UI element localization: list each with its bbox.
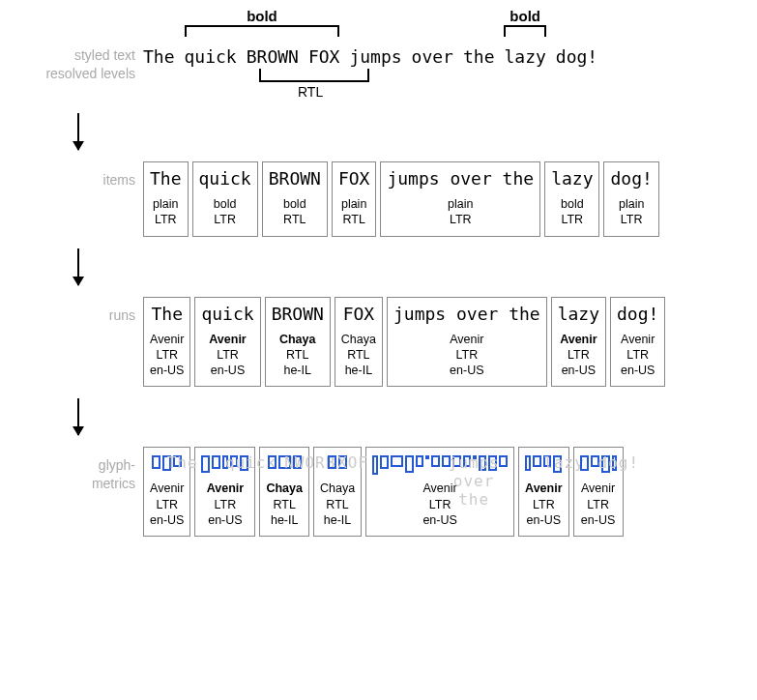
glyph-rect [499,455,508,467]
glyph-rect [416,455,423,467]
glyph-rect [391,455,403,467]
run-box-3: FOXChayaRTLhe-IL [335,297,383,388]
run-word: dog! [617,304,658,324]
run-font: Avenir [560,332,597,347]
run-dir: RTL [341,347,376,363]
glyph-rect [230,455,238,467]
glyph-line-wrap: NWORB [268,453,302,481]
run-lang: en-US [150,363,184,378]
arrow-2-row [19,243,738,297]
item-meta: plainLTR [448,196,473,228]
run-word: jumps over the [393,304,540,324]
rtl-bracket-wrap: RTL [143,69,738,102]
run-box-5: lazyAvenirLTRen-US [551,297,606,388]
glyph-lang: en-US [525,512,562,528]
item-dir: LTR [153,212,178,227]
glyph-rect [425,455,429,459]
glyph-meta: AvenirLTRen-US [207,481,244,528]
item-box-6: dog!plainLTR [603,161,658,237]
rtl-bracket [259,69,369,82]
item-word: quick [199,168,251,189]
label-styled: styled text resolved levels [19,19,143,83]
item-dir: RTL [341,212,366,227]
glyph-font: Avenir [581,481,615,496]
glyph-line [580,455,617,475]
word-dog: dog! [556,46,597,67]
glyph-line-wrap: dog! [580,453,617,481]
run-word: BROWN [272,304,324,324]
glyph-line-wrap: jumps over the [372,453,508,481]
bold-label-1: bold [185,8,340,24]
glyph-line [328,455,347,475]
glyph-box-5: lazyAvenirLTRen-US [518,447,568,537]
glyph-rect [328,455,336,469]
item-meta: boldLTR [561,196,584,228]
run-meta: AvenirLTRen-US [150,332,184,379]
row-items: items TheplainLTRquickboldLTRBROWNboldRT… [19,161,738,237]
glyph-meta: AvenirLTRen-US [581,481,615,528]
glyph-font: Avenir [525,481,562,496]
glyph-line-wrap: XOF [328,453,347,481]
glyph-rect [488,455,497,471]
item-style: bold [283,196,306,212]
run-dir: LTR [150,347,184,363]
glyph-rect [222,455,228,469]
word-the: The [143,46,175,67]
glyph-box-6: dog!AvenirLTRen-US [573,447,624,537]
run-font: Avenir [450,332,483,347]
run-meta: ChayaRTLhe-IL [341,332,376,379]
glyph-box-0: TheAvenirLTRen-US [143,447,190,537]
item-dir: LTR [448,212,473,227]
glyph-font: Avenir [422,481,456,496]
item-word: FOX [338,168,370,189]
run-lang: en-US [209,363,246,378]
glyph-lang: he-IL [266,512,303,528]
glyph-rect [463,455,471,467]
glyph-rect [525,455,531,471]
word-lazy: lazy [504,46,545,67]
item-style: bold [561,196,584,212]
run-meta: AvenirLTRen-US [621,332,655,379]
run-box-1: quickAvenirLTRen-US [194,297,260,388]
glyph-dir: LTR [207,497,244,512]
run-box-0: TheAvenirLTRen-US [143,297,190,388]
item-meta: plainLTR [153,196,178,228]
glyph-line-wrap: The [152,453,182,481]
glyph-lang: en-US [150,512,184,528]
glyph-rect [338,455,347,469]
item-box-5: lazyboldLTR [544,161,599,237]
item-dir: LTR [214,212,237,227]
glyph-rect [591,455,599,467]
glyph-font: Avenir [207,481,244,496]
glyph-rect [479,455,486,471]
glyph-dir: RTL [266,497,303,512]
glyph-meta: AvenirLTRen-US [422,481,456,528]
glyph-box-4: jumps over theAvenirLTRen-US [365,447,514,537]
run-lang: en-US [560,363,597,378]
glyph-line [372,455,508,475]
item-style: plain [341,196,366,212]
item-word: jumps over the [387,168,534,189]
item-dir: LTR [619,212,644,227]
glyph-rect [473,455,477,459]
run-word: lazy [558,304,599,324]
glyph-box-2: NWORBChayaRTLhe-IL [259,447,309,537]
styled-text-content: The quick BROWN FOX bold jumps over the … [143,19,738,102]
word-quick: quick [185,46,237,67]
run-box-2: BROWNChayaRTLhe-IL [265,297,331,388]
item-style: plain [619,196,644,212]
items-boxes: TheplainLTRquickboldLTRBROWNboldRTLFOXpl… [143,161,738,237]
glyph-lang: he-IL [320,512,355,528]
run-box-6: dog!AvenirLTRen-US [610,297,665,388]
glyph-rect [543,455,551,467]
glyph-font: Avenir [150,481,184,496]
run-meta: AvenirLTRen-US [450,332,483,379]
glyph-line [268,455,302,475]
glyph-rect [601,455,610,473]
glyph-rect [452,455,461,467]
run-dir: LTR [209,347,246,363]
glyph-font: Chaya [266,481,303,496]
glyph-rect [533,455,541,467]
run-font: Avenir [150,332,184,347]
label-items: items [19,161,143,190]
